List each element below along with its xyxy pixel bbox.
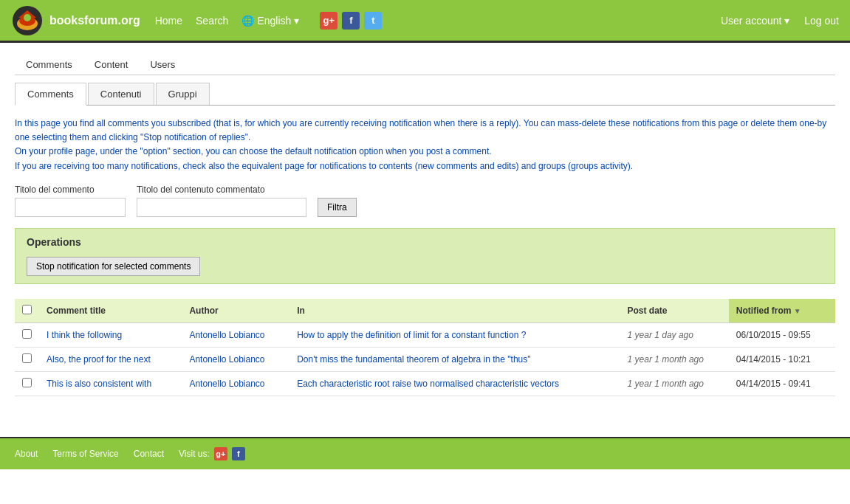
main-nav: Home Search 🌐 English ▾ g+ f t xyxy=(155,12,721,30)
tab-contenuti[interactable]: Contenuti xyxy=(88,83,154,105)
filter-button[interactable]: Filtra xyxy=(318,198,357,217)
nav-search[interactable]: Search xyxy=(196,15,228,27)
comment-link[interactable]: This is also consistent with xyxy=(47,379,151,389)
header-right: User account ▾ Log out xyxy=(721,15,839,27)
content-title-label: Titolo del contenuto commentato xyxy=(137,184,306,195)
content-title-input[interactable] xyxy=(137,198,306,217)
table-row: Also, the proof for the next Antonello L… xyxy=(15,347,835,371)
user-account-menu[interactable]: User account ▾ xyxy=(721,15,789,27)
operations-box: Operations Stop notification for selecte… xyxy=(15,228,835,284)
row-author: Antonello Lobianco xyxy=(182,371,289,396)
row-checkbox[interactable] xyxy=(22,353,32,363)
twitter-icon[interactable]: t xyxy=(364,12,382,30)
row-checkbox-cell[interactable] xyxy=(15,371,39,396)
header-notified-from: Notified from ▼ xyxy=(729,299,835,323)
table-body: I think the following Antonello Lobianco… xyxy=(15,322,835,396)
footer-contact[interactable]: Contact xyxy=(134,449,164,459)
footer: About Terms of Service Contact Visit us:… xyxy=(0,437,850,469)
footer-gplus-icon[interactable]: g+ xyxy=(214,447,227,460)
row-checkbox-cell[interactable] xyxy=(15,322,39,347)
gplus-icon[interactable]: g+ xyxy=(320,12,337,30)
comment-title-input[interactable] xyxy=(15,198,126,217)
header-comment-title: Comment title xyxy=(39,299,182,323)
nav-home[interactable]: Home xyxy=(155,15,182,27)
main-content: Comments Content Users Comments Contenut… xyxy=(0,43,850,407)
row-content: How to apply the definition of limit for… xyxy=(289,322,620,347)
author-link[interactable]: Antonello Lobianco xyxy=(189,354,264,365)
row-content: Don't miss the fundamental theorem of al… xyxy=(289,347,620,371)
filter-row: Titolo del commento Titolo del contenuto… xyxy=(15,184,835,217)
operations-title: Operations xyxy=(27,236,823,248)
globe-icon: 🌐 xyxy=(241,15,254,27)
header-in: In xyxy=(289,299,620,323)
tab-primary-users[interactable]: Users xyxy=(139,54,186,75)
row-notified: 06/10/2015 - 09:55 xyxy=(729,322,835,347)
header-author: Author xyxy=(182,299,289,323)
logo-icon xyxy=(11,4,44,37)
footer-about[interactable]: About xyxy=(15,449,38,459)
info-line1: In this page you find all comments you s… xyxy=(15,117,835,145)
stop-notification-button[interactable]: Stop notification for selected comments xyxy=(27,257,200,276)
tab-primary-comments[interactable]: Comments xyxy=(15,54,83,75)
header-checkbox[interactable] xyxy=(15,299,39,323)
tab-gruppi[interactable]: Gruppi xyxy=(156,83,210,105)
row-checkbox[interactable] xyxy=(22,378,32,387)
tabs-primary: Comments Content Users xyxy=(15,54,835,75)
content-title-field: Titolo del contenuto commentato xyxy=(137,184,306,217)
info-line3: If you are receiving too many notificati… xyxy=(15,159,835,173)
facebook-icon[interactable]: f xyxy=(342,12,360,30)
footer-facebook-icon[interactable]: f xyxy=(232,447,245,460)
row-author: Antonello Lobianco xyxy=(182,322,289,347)
info-line2: On your profile page, under the "option"… xyxy=(15,145,835,159)
row-checkbox-cell[interactable] xyxy=(15,347,39,371)
table-header: Comment title Author In Post date Notifi… xyxy=(15,299,835,323)
row-post-date: 1 year 1 month ago xyxy=(620,347,729,371)
user-account-label: User account xyxy=(721,15,781,27)
row-comment: This is also consistent with xyxy=(39,371,182,396)
site-name: booksforum.org xyxy=(49,14,140,27)
sort-arrow-icon[interactable]: ▼ xyxy=(794,307,801,315)
row-comment: Also, the proof for the next xyxy=(39,347,182,371)
row-notified: 04/14/2015 - 10:21 xyxy=(729,347,835,371)
language-label: English xyxy=(257,15,291,27)
header-post-date: Post date xyxy=(620,299,729,323)
comment-link[interactable]: Also, the proof for the next xyxy=(47,354,151,365)
content-link[interactable]: Don't miss the fundamental theorem of al… xyxy=(297,354,530,365)
table-row: This is also consistent with Antonello L… xyxy=(15,371,835,396)
footer-terms[interactable]: Terms of Service xyxy=(52,449,118,459)
row-author: Antonello Lobianco xyxy=(182,347,289,371)
comment-link[interactable]: I think the following xyxy=(47,330,122,340)
row-post-date: 1 year 1 month ago xyxy=(620,371,729,396)
logout-link[interactable]: Log out xyxy=(804,15,839,27)
social-icons: g+ f t xyxy=(320,12,382,30)
row-notified: 04/14/2015 - 09:41 xyxy=(729,371,835,396)
footer-visit: Visit us: g+ f xyxy=(179,447,245,460)
header: booksforum.org Home Search 🌐 English ▾ g… xyxy=(0,0,850,43)
author-link[interactable]: Antonello Lobianco xyxy=(189,330,264,340)
tab-primary-content[interactable]: Content xyxy=(83,54,140,75)
row-post-date: 1 year 1 day ago xyxy=(620,322,729,347)
row-content: Each characteristic root raise two norma… xyxy=(289,371,620,396)
language-selector[interactable]: 🌐 English ▾ xyxy=(241,15,299,27)
tab-comments[interactable]: Comments xyxy=(15,83,86,106)
chevron-down-icon: ▾ xyxy=(784,15,789,27)
content-link[interactable]: Each characteristic root raise two norma… xyxy=(297,379,559,389)
row-comment: I think the following xyxy=(39,322,182,347)
tabs-secondary: Comments Contenuti Gruppi xyxy=(15,83,835,106)
footer-visit-label: Visit us: xyxy=(179,449,210,459)
comment-title-field: Titolo del commento xyxy=(15,184,126,217)
logo-area[interactable]: booksforum.org xyxy=(11,4,140,37)
select-all-checkbox[interactable] xyxy=(22,305,32,314)
table-row: I think the following Antonello Lobianco… xyxy=(15,322,835,347)
svg-point-4 xyxy=(24,14,31,21)
comment-title-label: Titolo del commento xyxy=(15,184,126,195)
info-section: In this page you find all comments you s… xyxy=(15,117,835,173)
author-link[interactable]: Antonello Lobianco xyxy=(189,379,264,389)
chevron-down-icon: ▾ xyxy=(294,15,299,27)
row-checkbox[interactable] xyxy=(22,329,32,339)
content-link[interactable]: How to apply the definition of limit for… xyxy=(297,330,526,340)
comments-table: Comment title Author In Post date Notifi… xyxy=(15,299,835,396)
